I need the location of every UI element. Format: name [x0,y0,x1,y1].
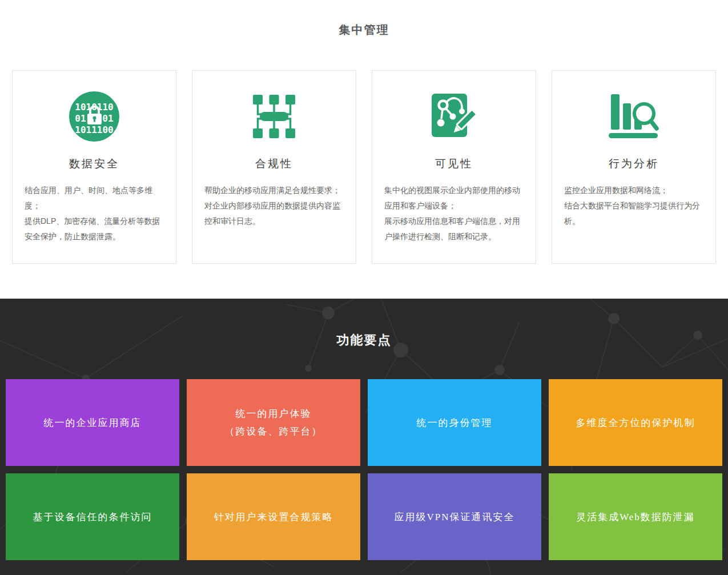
card-data-security: 1010110 01 01 1011100 数据安全 结合应用、用户、时间、地点… [12,70,176,264]
tile-unified-user-experience: 统一的用户体验（跨设备、跨平台） [187,379,360,466]
feature-cards-row: 1010110 01 01 1011100 数据安全 结合应用、用户、时间、地点… [12,70,716,264]
section-title: 集中管理 [0,23,728,37]
card-description: 集中化的视图展示企业内部使用的移动应用和客户端设备； 展示移动应用信息和客户端信… [372,183,536,244]
binary-lock-icon: 1010110 01 01 1011100 [69,91,119,142]
svg-text:01: 01 [75,113,86,124]
card-title: 可见性 [372,156,536,171]
graph-pencil-icon [429,93,478,140]
bar-chart-magnifier-icon [608,92,660,141]
card-description: 结合应用、用户、时间、地点等多维度； 提供DLP、加密存储、流量分析等数据安全保… [13,183,176,244]
card-visibility: 可见性 集中化的视图展示企业内部使用的移动应用和客户端设备； 展示移动应用信息和… [372,70,536,264]
centralized-management-section: 集中管理 1010110 01 01 1011100 数据安全 结合应用、 [0,0,728,299]
card-title: 行为分析 [552,156,715,171]
tile-app-level-vpn: 应用级VPN保证通讯安全 [368,473,541,560]
card-title: 合规性 [192,156,356,171]
card-compliance: 合规性 帮助企业的移动应用满足合规性要求； 对企业内部移动应用的数据提供内容监控… [192,70,356,264]
feature-tiles-grid: 统一的企业应用商店 统一的用户体验（跨设备、跨平台） 统一的身份管理 多维度全方… [6,379,722,560]
feature-points-section: 功能要点 统一的企业应用商店 统一的用户体验（跨设备、跨平台） 统一的身份管理 … [0,299,728,575]
card-description: 帮助企业的移动应用满足合规性要求； 对企业内部移动应用的数据提供内容监控和审计日… [192,183,356,229]
svg-text:1011100: 1011100 [75,124,113,135]
tile-web-dlp-integration: 灵活集成Web数据防泄漏 [549,473,722,560]
tile-user-compliance-policy: 针对用户来设置合规策略 [187,473,360,560]
tile-multidimensional-protection: 多维度全方位的保护机制 [549,379,722,466]
tile-enterprise-app-store: 统一的企业应用商店 [6,379,179,466]
svg-text:01: 01 [102,113,113,124]
network-nodes-icon [251,94,297,139]
tile-conditional-access: 基于设备信任的条件访问 [6,473,179,560]
card-description: 监控企业应用数据和网络流； 结合大数据平台和智能学习提供行为分析。 [552,183,715,229]
tile-unified-identity-management: 统一的身份管理 [368,379,541,466]
card-title: 数据安全 [13,156,176,171]
card-behavior-analysis: 行为分析 监控企业应用数据和网络流； 结合大数据平台和智能学习提供行为分析。 [552,70,716,264]
section-title: 功能要点 [0,299,728,347]
